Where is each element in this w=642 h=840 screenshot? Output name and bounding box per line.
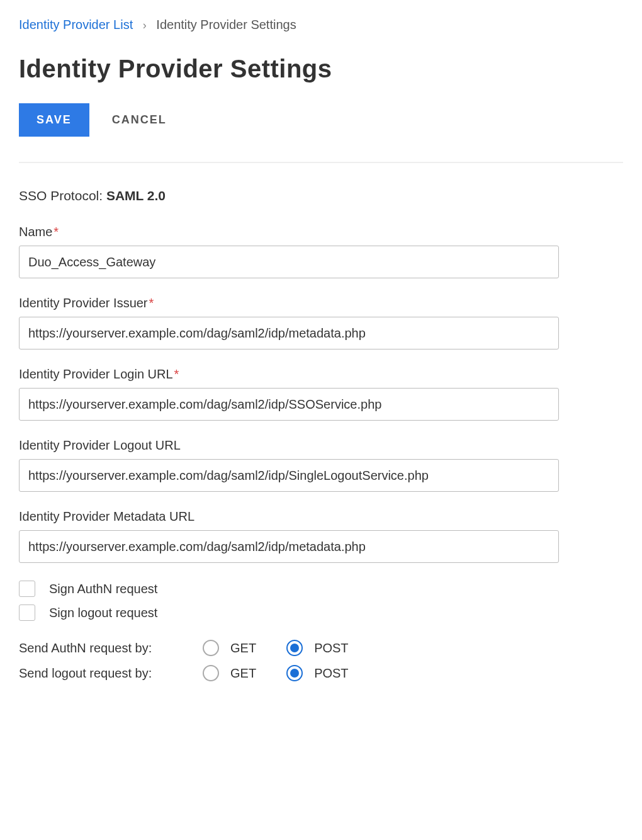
metadata-url-input[interactable] <box>19 530 559 563</box>
sign-authn-label: Sign AuthN request <box>49 582 157 596</box>
logout-url-label: Identity Provider Logout URL <box>19 438 623 453</box>
name-input[interactable] <box>19 246 559 278</box>
login-url-label: Identity Provider Login URL* <box>19 367 623 382</box>
field-logout-url: Identity Provider Logout URL <box>19 438 623 492</box>
checkbox-sign-authn-row: Sign AuthN request <box>19 581 623 597</box>
cancel-button[interactable]: CANCEL <box>112 103 167 137</box>
breadcrumb-current: Identity Provider Settings <box>156 18 296 31</box>
radio-icon-selected <box>286 665 303 681</box>
issuer-label: Identity Provider Issuer* <box>19 296 623 310</box>
issuer-input[interactable] <box>19 317 559 349</box>
radio-authn-row: Send AuthN request by: GET POST <box>19 640 623 656</box>
radio-authn-label: Send AuthN request by: <box>19 641 203 656</box>
sign-logout-label: Sign logout request <box>49 606 157 620</box>
divider <box>19 162 623 163</box>
save-button[interactable]: SAVE <box>19 103 89 137</box>
breadcrumb: Identity Provider List › Identity Provid… <box>19 18 623 32</box>
action-row: SAVE CANCEL <box>19 103 623 137</box>
radio-logout-get[interactable]: GET <box>203 665 256 681</box>
radio-authn-post[interactable]: POST <box>286 640 348 656</box>
field-name: Name* <box>19 225 623 278</box>
radio-logout-post[interactable]: POST <box>286 665 348 681</box>
sso-protocol-value: SAML 2.0 <box>106 188 166 203</box>
sign-logout-checkbox[interactable] <box>19 604 35 621</box>
metadata-url-label: Identity Provider Metadata URL <box>19 509 623 524</box>
radio-logout-label: Send logout request by: <box>19 666 203 681</box>
sso-protocol-row: SSO Protocol: SAML 2.0 <box>19 188 623 203</box>
radio-authn-get[interactable]: GET <box>203 640 256 656</box>
login-url-input[interactable] <box>19 388 559 421</box>
radio-icon-selected <box>286 640 303 656</box>
required-asterisk: * <box>149 296 154 310</box>
page-title: Identity Provider Settings <box>19 55 623 83</box>
checkbox-sign-logout-row: Sign logout request <box>19 604 623 621</box>
breadcrumb-parent-link[interactable]: Identity Provider List <box>19 18 133 31</box>
radio-icon <box>203 640 219 656</box>
field-issuer: Identity Provider Issuer* <box>19 296 623 349</box>
radio-icon <box>203 665 219 681</box>
name-label: Name* <box>19 225 623 239</box>
radio-logout-row: Send logout request by: GET POST <box>19 665 623 681</box>
sign-authn-checkbox[interactable] <box>19 581 35 597</box>
required-asterisk: * <box>54 225 59 239</box>
chevron-right-icon: › <box>143 19 147 31</box>
field-metadata-url: Identity Provider Metadata URL <box>19 509 623 563</box>
required-asterisk: * <box>174 367 179 381</box>
sso-protocol-label: SSO Protocol: <box>19 188 103 203</box>
field-login-url: Identity Provider Login URL* <box>19 367 623 421</box>
logout-url-input[interactable] <box>19 459 559 492</box>
